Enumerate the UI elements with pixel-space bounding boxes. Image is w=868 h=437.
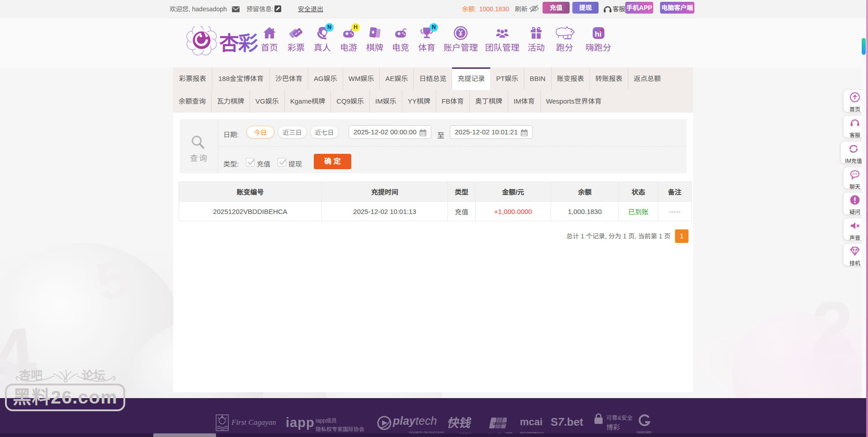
svg-text:hi: hi (594, 30, 601, 38)
svg-text:杏彩: 杏彩 (219, 27, 258, 56)
svg-text:UnionPay: UnionPay (493, 421, 507, 426)
